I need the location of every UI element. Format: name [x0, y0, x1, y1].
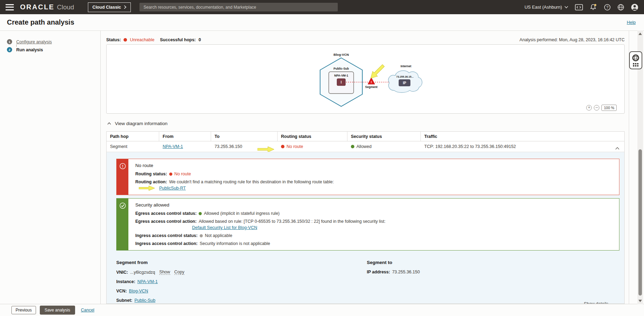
zoom-out-button[interactable]: – [594, 105, 599, 111]
security-list-link[interactable]: Default Security List for Blog-VCN [192, 225, 257, 230]
table-header-row: Path hop From To Routing status Security… [107, 132, 624, 141]
column-header-routing-status: Routing status [278, 132, 347, 141]
brand-cloud: Cloud [57, 3, 74, 11]
region-selector[interactable]: US East (Ashburn) [525, 5, 568, 10]
security-allowed-title: Security allowed [135, 202, 612, 208]
hop-detail-panel: ! No route Routing status: No route [107, 152, 624, 304]
security-allowed-box: Security allowed Egress access control s… [116, 198, 619, 251]
route-table-link[interactable]: PublicSub-RT [159, 186, 186, 191]
network-topology-diagram: Blog-VCN Public-Sub NPA-VM-1 I ! Seg [308, 47, 426, 112]
column-header-path-hop: Path hop [107, 132, 159, 141]
page-title: Create path analysis [7, 18, 74, 26]
chevron-up-icon [107, 122, 111, 125]
column-header-traffic: Traffic [421, 132, 624, 141]
vnic-show-link[interactable]: Show [159, 270, 170, 275]
segment-to-column: Segment to IP address: 73.255.36.150 [367, 260, 420, 303]
cloud-shell-icon[interactable] [575, 4, 583, 11]
cancel-link[interactable]: Cancel [81, 308, 94, 313]
segment-from-title: Segment from [116, 260, 367, 265]
step-1-label[interactable]: Configure analysis [16, 40, 52, 44]
step-run-analysis[interactable]: 2 Run analysis [7, 47, 100, 52]
user-avatar[interactable] [631, 3, 638, 11]
page-header: Create path analysis Help [0, 14, 644, 30]
vcn-label: VCN: [116, 289, 127, 293]
scrollbar-down-arrow[interactable] [638, 300, 642, 302]
vnic-copy-link[interactable]: Copy [174, 270, 184, 275]
table-row[interactable]: Segment NPA-VM-1 73.255.36.150 No route … [107, 141, 624, 152]
zoom-level-value[interactable]: 100 % [601, 105, 617, 111]
language-globe-icon[interactable] [617, 4, 624, 11]
chevron-down-icon [564, 6, 568, 8]
step-connector [16, 45, 17, 47]
wizard-steps: 1 Configure analysis 2 Run analysis [0, 31, 101, 304]
ip-address-value: 73.255.36.150 [392, 270, 420, 274]
search-input[interactable] [139, 3, 338, 11]
global-search [139, 3, 338, 11]
analysis-performed-timestamp: Analysis performed: Mon, Aug 28, 2023, 1… [519, 37, 625, 42]
column-header-from: From [159, 132, 211, 141]
instance-link[interactable]: NPA-VM-1 [137, 279, 158, 284]
routing-status-dot [169, 173, 172, 176]
path-hop-table: Path hop From To Routing status Security… [106, 131, 625, 304]
support-widget-button[interactable] [629, 51, 642, 69]
hamburger-menu-icon[interactable] [6, 4, 14, 10]
view-diagram-information-toggle[interactable]: View diagram information [106, 121, 625, 126]
ingress-status-value: Not applicable [205, 233, 232, 238]
zoom-in-button[interactable]: + [586, 105, 592, 111]
no-route-title: No route [135, 163, 612, 168]
help-link[interactable]: Help [627, 20, 636, 25]
egress-action-text: Allowed based on rule: [TCP 0-65535 to 7… [199, 219, 386, 224]
routing-status-label: Routing status: [135, 172, 167, 176]
cell-traffic: TCP: 192.168.20.35:22 to 73.255.36.150:4… [421, 144, 624, 149]
success-stripe [117, 199, 128, 250]
egress-status-dot [199, 212, 202, 215]
column-header-to: To [211, 132, 278, 141]
ip-address-label: IP address: [367, 270, 390, 274]
clipped-bottom-text: Show details [584, 301, 608, 304]
vertical-scrollbar[interactable] [637, 30, 643, 304]
svg-text:?: ? [606, 5, 608, 9]
ingress-action-text: Security information is not applicable [200, 241, 270, 246]
traffic-value: TCP: 192.168.20.35:22 to 73.255.36.150:4… [424, 144, 516, 149]
notifications-bell-icon[interactable] [590, 3, 597, 11]
cloud-classic-button[interactable]: Cloud Classic [88, 2, 131, 12]
segment-label: Segment [365, 85, 378, 89]
step-configure-analysis[interactable]: 1 Configure analysis [7, 39, 100, 44]
cell-path-hop: Segment [107, 144, 159, 149]
segment-from-column: Segment from VNIC: ...y6lcgzsdzq Show Co… [116, 260, 367, 303]
segment-details: Segment from VNIC: ...y6lcgzsdzq Show Co… [116, 260, 619, 303]
section-title: View diagram information [115, 121, 167, 126]
ingress-action-label: Ingress access control action: [135, 241, 198, 246]
collapse-row-chevron-icon[interactable] [615, 147, 619, 150]
cell-routing-status: No route [278, 144, 347, 149]
hops-label: Successful hops: [160, 37, 196, 42]
cell-from-link[interactable]: NPA-VM-1 [163, 144, 183, 149]
step-1-circle: 1 [7, 39, 12, 44]
cloud-classic-label: Cloud Classic [92, 5, 121, 10]
ingress-status-dot [200, 234, 203, 237]
status-unreachable-dot [124, 38, 127, 42]
chevron-right-icon [124, 5, 126, 9]
no-route-dot [281, 145, 284, 148]
subnet-link[interactable]: Public-Sub [135, 298, 155, 303]
vcn-link[interactable]: Blog-VCN [129, 289, 148, 293]
instance-name-label: NPA-VM-1 [334, 74, 348, 77]
scrollbar-thumb[interactable] [638, 149, 642, 296]
save-analysis-button[interactable]: Save analysis [40, 306, 75, 315]
main-area: Status: Unreachable Successful hops: 0 A… [101, 31, 644, 304]
help-icon[interactable]: ? [604, 4, 611, 11]
routing-action-text: We couldn't find a matching routing rule… [169, 179, 334, 184]
instance-label: Instance: [116, 279, 135, 284]
routing-status-value: No route [287, 144, 303, 149]
egress-status-value: Allowed (implicit in stateful ingress ru… [204, 211, 280, 216]
cell-security-status: Allowed [347, 144, 421, 149]
top-bar: ORACLE Cloud Cloud Classic US East (Ashb… [0, 0, 644, 14]
egress-action-label: Egress access control action: [135, 219, 197, 224]
subnet-label: Public-Sub [334, 67, 349, 70]
routing-callout-arrow [257, 147, 274, 152]
scrollbar-up-arrow[interactable] [638, 33, 642, 35]
lifebuoy-icon [632, 54, 640, 62]
step-2-circle: 2 [7, 47, 12, 52]
previous-button[interactable]: Previous [11, 306, 36, 314]
destination-ip-label: 73.255.36.15... [396, 75, 414, 78]
